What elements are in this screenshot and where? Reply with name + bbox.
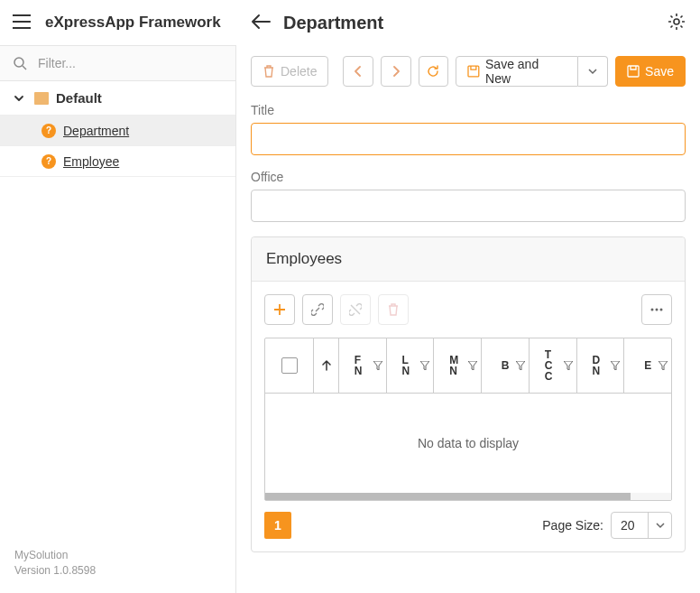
unlink-employee-button[interactable]: [340, 294, 371, 325]
page-size-select[interactable]: 20: [611, 512, 672, 539]
version-text: Version 1.0.8598: [14, 563, 221, 579]
column-header[interactable]: T C C: [530, 338, 577, 393]
app-title: eXpressApp Framework: [45, 14, 221, 32]
column-label: L N: [402, 355, 419, 376]
column-label: B: [502, 360, 510, 371]
save-and-new-label: Save and New: [485, 57, 566, 86]
nav-item-label: Employee: [63, 154, 119, 169]
question-icon: ?: [41, 154, 56, 169]
page-size-value: 20: [612, 513, 648, 538]
more-actions-button[interactable]: [641, 294, 672, 325]
unlink-icon: [349, 303, 362, 316]
filter-icon[interactable]: [611, 361, 620, 370]
nav-group-default[interactable]: Default: [0, 81, 235, 116]
page-size-dropdown-toggle[interactable]: [648, 513, 671, 538]
refresh-button[interactable]: [419, 56, 449, 87]
column-header[interactable]: L N: [387, 338, 435, 393]
svg-point-1: [14, 58, 23, 67]
delete-employee-button[interactable]: [378, 294, 409, 325]
scrollbar-thumb[interactable]: [265, 493, 631, 500]
save-and-new-dropdown[interactable]: [578, 56, 608, 87]
svg-point-4: [651, 309, 654, 311]
save-icon: [627, 65, 640, 78]
next-record-button[interactable]: [381, 56, 411, 87]
svg-point-6: [660, 309, 663, 311]
sort-indicator-cell[interactable]: [314, 338, 339, 393]
chevron-right-icon: [391, 66, 401, 77]
refresh-icon: [427, 65, 439, 78]
select-all-cell[interactable]: [265, 338, 314, 393]
column-header[interactable]: E: [624, 338, 671, 393]
trash-icon: [262, 65, 275, 78]
link-icon: [311, 303, 324, 316]
svg-point-0: [674, 19, 679, 24]
solution-name: MySolution: [14, 548, 221, 563]
column-label: T C C: [545, 349, 561, 382]
nav-item-department[interactable]: ? Department: [0, 116, 235, 146]
save-label: Save: [645, 64, 674, 79]
filter-icon[interactable]: [373, 361, 382, 370]
filter-box[interactable]: [0, 45, 235, 81]
office-input[interactable]: [251, 190, 686, 222]
caret-down-icon: [588, 68, 597, 75]
delete-label: Delete: [281, 64, 317, 79]
filter-input[interactable]: [36, 55, 223, 71]
nav-group-label: Default: [56, 90, 102, 106]
svg-point-5: [656, 309, 659, 311]
chevron-left-icon: [354, 66, 363, 77]
plus-icon: [273, 303, 286, 316]
column-header[interactable]: M N: [434, 338, 482, 393]
link-employee-button[interactable]: [302, 294, 333, 325]
ellipsis-icon: [650, 308, 663, 311]
column-label: D N: [592, 355, 608, 376]
prev-record-button[interactable]: [343, 56, 373, 87]
save-and-new-icon: [467, 65, 480, 78]
save-and-new-button[interactable]: Save and New: [456, 56, 577, 87]
grid-horizontal-scrollbar[interactable]: [265, 493, 671, 500]
column-label: E: [644, 360, 651, 371]
employees-panel-heading: Employees: [252, 237, 685, 282]
filter-icon[interactable]: [564, 361, 573, 370]
title-label: Title: [251, 103, 686, 117]
page-title: Department: [283, 13, 668, 33]
nav-item-label: Department: [63, 124, 129, 138]
delete-button[interactable]: Delete: [251, 56, 328, 87]
column-label: M N: [449, 355, 465, 376]
column-header[interactable]: D N: [577, 338, 625, 393]
back-arrow-button[interactable]: [251, 14, 271, 32]
trash-icon: [387, 303, 400, 316]
sort-arrow-up-icon: [322, 360, 331, 371]
settings-icon[interactable]: [668, 13, 686, 33]
office-label: Office: [251, 170, 686, 184]
grid-empty-message: No data to display: [265, 394, 671, 493]
question-icon: ?: [41, 124, 56, 138]
hamburger-menu-button[interactable]: [13, 14, 31, 32]
svg-rect-3: [628, 66, 639, 77]
filter-icon[interactable]: [420, 361, 429, 370]
column-header[interactable]: B: [482, 338, 530, 393]
select-all-checkbox[interactable]: [281, 357, 298, 374]
svg-rect-2: [468, 66, 479, 77]
save-button[interactable]: Save: [615, 56, 686, 87]
column-header[interactable]: F N: [339, 338, 387, 393]
title-input[interactable]: [251, 123, 686, 155]
search-icon: [13, 56, 27, 70]
chevron-down-icon: [13, 92, 25, 105]
filter-icon[interactable]: [659, 361, 668, 370]
column-label: F N: [355, 355, 371, 376]
folder-icon: [34, 92, 49, 105]
page-size-label: Page Size:: [542, 518, 603, 533]
filter-icon[interactable]: [468, 361, 477, 370]
filter-icon[interactable]: [516, 361, 525, 370]
page-number-current[interactable]: 1: [264, 512, 291, 539]
nav-item-employee[interactable]: ? Employee: [0, 146, 235, 177]
caret-down-icon: [656, 522, 665, 529]
new-employee-button[interactable]: [264, 294, 295, 325]
sidebar-footer: MySolution Version 1.0.8598: [0, 539, 235, 593]
